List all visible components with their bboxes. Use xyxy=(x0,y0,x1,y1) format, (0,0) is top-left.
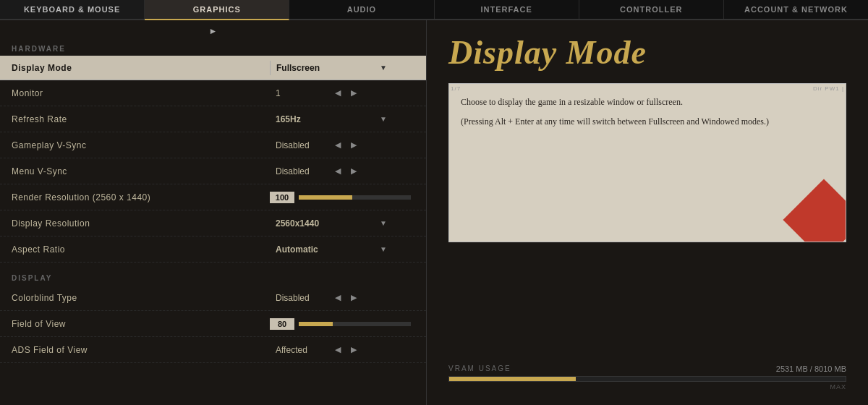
menu-vsync-label: Menu V-Sync xyxy=(12,166,270,176)
aspect-ratio-dropdown[interactable]: Automatic ▼ xyxy=(270,242,393,257)
monitor-value: 1 ◀ ▶ xyxy=(270,87,414,99)
vram-max-label: MAX xyxy=(448,383,846,391)
detail-info-box: 1/7 Dir PW1 | Choose to display the game… xyxy=(448,83,846,242)
display-mode-label: Display Mode xyxy=(12,63,270,73)
colorblind-type-arrow-control: Disabled ◀ ▶ xyxy=(270,291,359,304)
menu-vsync-prev-btn[interactable]: ◀ xyxy=(332,165,344,177)
info-corner-tl: 1/7 xyxy=(451,85,461,92)
vram-label: VRAM USAGE xyxy=(448,364,511,373)
render-resolution-track[interactable] xyxy=(299,195,411,200)
refresh-rate-label: Refresh Rate xyxy=(12,114,270,124)
menu-vsync-next-btn[interactable]: ▶ xyxy=(348,165,359,177)
refresh-rate-arrow-icon: ▼ xyxy=(380,115,387,123)
vram-section: VRAM USAGE 2531 MB / 8010 MB MAX xyxy=(448,359,846,391)
nav-item-interface[interactable]: INTERFACE xyxy=(435,0,579,19)
gameplay-vsync-prev-btn[interactable]: ◀ xyxy=(332,139,344,151)
monitor-label: Monitor xyxy=(12,88,270,98)
render-resolution-slider[interactable]: 100 xyxy=(270,192,411,203)
gameplay-vsync-row[interactable]: Gameplay V-Sync Disabled ◀ ▶ xyxy=(0,132,426,158)
display-resolution-arrow-icon: ▼ xyxy=(380,219,387,227)
vram-bar-track xyxy=(448,376,846,382)
hardware-section-header: HARDWARE xyxy=(0,39,426,56)
display-mode-row[interactable]: Display Mode Fullscreen ▼ xyxy=(0,56,426,80)
fov-value: 80 xyxy=(270,318,414,330)
top-navigation: KEYBOARD & MOUSE GRAPHICS AUDIO INTERFAC… xyxy=(0,0,868,20)
display-mode-value: Fullscreen ▼ xyxy=(270,61,414,75)
display-resolution-label: Display Resolution xyxy=(12,218,270,229)
colorblind-type-value: Disabled ◀ ▶ xyxy=(270,291,414,304)
colorblind-next-btn[interactable]: ▶ xyxy=(348,291,359,304)
colorblind-type-label: Colorblind Type xyxy=(12,293,270,303)
dropdown-arrow-icon: ▼ xyxy=(380,64,387,72)
monitor-row[interactable]: Monitor 1 ◀ ▶ xyxy=(0,80,426,106)
menu-vsync-value: Disabled ◀ ▶ xyxy=(270,165,414,177)
vram-bar-fill xyxy=(449,377,576,381)
render-resolution-fill xyxy=(299,195,352,200)
nav-item-graphics[interactable]: GRAPHICS xyxy=(145,0,289,20)
fov-slider[interactable]: 80 xyxy=(270,318,411,330)
ads-fov-arrow-control: Affected ◀ ▶ xyxy=(270,344,359,356)
monitor-prev-btn[interactable]: ◀ xyxy=(332,87,344,99)
display-resolution-dropdown[interactable]: 2560x1440 ▼ xyxy=(270,216,393,231)
scroll-arrow-indicator: ► xyxy=(0,20,426,39)
display-resolution-value: 2560x1440 ▼ xyxy=(270,216,414,231)
ads-fov-row[interactable]: ADS Field of View Affected ◀ ▶ xyxy=(0,337,426,363)
menu-vsync-row[interactable]: Menu V-Sync Disabled ◀ ▶ xyxy=(0,158,426,184)
refresh-rate-value: 165Hz ▼ xyxy=(270,112,414,127)
render-resolution-label: Render Resolution (2560 x 1440) xyxy=(12,192,270,202)
vram-value: 2531 MB / 8010 MB xyxy=(776,364,846,373)
refresh-rate-row[interactable]: Refresh Rate 165Hz ▼ xyxy=(0,106,426,132)
display-resolution-row[interactable]: Display Resolution 2560x1440 ▼ xyxy=(0,210,426,236)
gameplay-vsync-value: Disabled ◀ ▶ xyxy=(270,139,414,151)
right-detail-panel: Display Mode 1/7 Dir PW1 | Choose to dis… xyxy=(427,20,868,405)
detail-title: Display Mode xyxy=(448,35,846,72)
aspect-ratio-value: Automatic ▼ xyxy=(270,242,414,257)
gameplay-vsync-next-btn[interactable]: ▶ xyxy=(348,139,359,151)
aspect-ratio-arrow-icon: ▼ xyxy=(380,245,387,253)
display-mode-dropdown[interactable]: Fullscreen ▼ xyxy=(270,61,393,75)
fov-track[interactable] xyxy=(299,322,411,326)
display-section-header: DISPLAY xyxy=(0,268,426,285)
fov-label: Field of View xyxy=(12,319,270,329)
nav-item-keyboard-mouse[interactable]: KEYBOARD & MOUSE xyxy=(0,0,145,19)
fov-row[interactable]: Field of View 80 xyxy=(0,311,426,337)
gameplay-vsync-label: Gameplay V-Sync xyxy=(12,140,270,150)
monitor-next-btn[interactable]: ▶ xyxy=(348,87,359,99)
ads-fov-prev-btn[interactable]: ◀ xyxy=(332,344,344,356)
monitor-arrow-control: 1 ◀ ▶ xyxy=(270,87,359,99)
refresh-rate-dropdown[interactable]: 165Hz ▼ xyxy=(270,112,393,127)
aspect-ratio-label: Aspect Ratio xyxy=(12,244,270,255)
left-settings-panel: ► HARDWARE Display Mode Fullscreen ▼ Mon… xyxy=(0,20,427,405)
vram-header: VRAM USAGE 2531 MB / 8010 MB xyxy=(448,364,846,373)
aspect-ratio-row[interactable]: Aspect Ratio Automatic ▼ xyxy=(0,236,426,263)
ads-fov-label: ADS Field of View xyxy=(12,345,270,355)
colorblind-type-row[interactable]: Colorblind Type Disabled ◀ ▶ xyxy=(0,285,426,311)
info-corner-tr: Dir PW1 | xyxy=(813,85,844,92)
fov-fill xyxy=(299,322,333,326)
render-resolution-row[interactable]: Render Resolution (2560 x 1440) 100 xyxy=(0,184,426,210)
detail-info-text: Choose to display the game in a resizabl… xyxy=(461,95,834,129)
render-resolution-value: 100 xyxy=(270,192,414,203)
nav-item-audio[interactable]: AUDIO xyxy=(289,0,434,19)
ads-fov-value: Affected ◀ ▶ xyxy=(270,344,414,356)
nav-item-controller[interactable]: CONTROLLER xyxy=(579,0,724,19)
colorblind-prev-btn[interactable]: ◀ xyxy=(332,291,344,304)
gameplay-vsync-arrow-control: Disabled ◀ ▶ xyxy=(270,139,359,151)
ads-fov-next-btn[interactable]: ▶ xyxy=(348,344,359,356)
main-layout: ► HARDWARE Display Mode Fullscreen ▼ Mon… xyxy=(0,20,868,405)
menu-vsync-arrow-control: Disabled ◀ ▶ xyxy=(270,165,359,177)
nav-item-account-network[interactable]: ACCOUNT & NETWORK xyxy=(724,0,868,19)
